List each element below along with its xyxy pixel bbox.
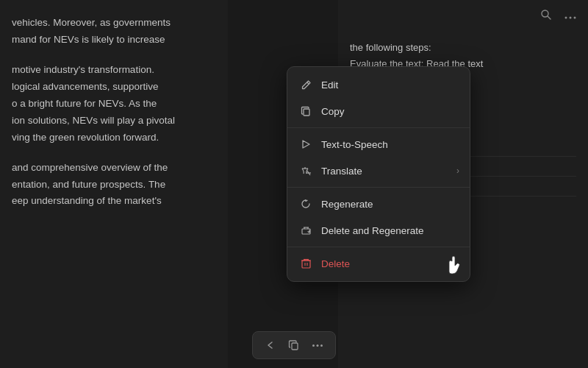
context-menu: Edit Copy Text-to-Speech — [287, 66, 470, 282]
menu-divider — [287, 247, 470, 247]
edit-icon — [299, 78, 312, 91]
menu-item-label: Delete — [321, 258, 350, 269]
more-button[interactable] — [562, 7, 579, 24]
svg-point-4 — [574, 17, 576, 19]
svg-point-2 — [565, 17, 567, 19]
refresh-icon — [299, 197, 312, 210]
menu-item-copy[interactable]: Copy — [287, 98, 470, 124]
svg-rect-16 — [302, 261, 310, 268]
menu-item-delete-regenerate[interactable]: Delete and Regenerate — [287, 217, 470, 244]
menu-item-label: Text-to-Speech — [321, 139, 388, 150]
play-icon — [299, 138, 312, 151]
svg-point-25 — [317, 344, 319, 347]
delete-regen-icon — [299, 224, 312, 237]
translate-icon — [299, 164, 312, 177]
svg-line-1 — [548, 16, 551, 19]
menu-divider — [287, 187, 470, 188]
left-text-1: vehicles. Moreover, as governmentsmand f… — [12, 15, 216, 49]
menu-item-translate[interactable]: Translate › — [287, 158, 470, 184]
svg-point-3 — [570, 17, 572, 19]
svg-rect-23 — [292, 343, 298, 350]
copy-icon — [299, 105, 312, 118]
menu-item-label: Delete and Regenerate — [321, 225, 424, 236]
svg-point-24 — [312, 344, 315, 347]
copy-button[interactable] — [284, 336, 304, 354]
back-button[interactable] — [260, 336, 281, 354]
svg-point-26 — [320, 344, 323, 347]
svg-rect-12 — [302, 229, 310, 234]
right-panel-header — [338, 0, 588, 31]
menu-item-delete[interactable]: Delete — [287, 250, 470, 277]
menu-item-label: Regenerate — [321, 199, 373, 210]
toolbar — [252, 331, 336, 359]
menu-item-edit[interactable]: Edit — [287, 71, 470, 98]
search-button[interactable] — [537, 6, 554, 25]
menu-divider — [287, 127, 470, 128]
left-panel: vehicles. Moreover, as governmentsmand f… — [0, 0, 228, 368]
right-panel-intro: the following steps: — [350, 40, 576, 56]
chevron-right-icon: › — [456, 166, 459, 176]
menu-item-tts[interactable]: Text-to-Speech — [287, 131, 470, 158]
left-text-2: motive industry's transformation.logical… — [12, 62, 216, 146]
svg-line-5 — [306, 82, 309, 84]
left-text-3: and comprehensive overview of theentatio… — [12, 160, 216, 210]
more-options-button[interactable] — [307, 341, 328, 350]
menu-item-regenerate[interactable]: Regenerate — [287, 191, 470, 217]
menu-item-label: Copy — [321, 106, 345, 117]
trash-icon — [299, 257, 312, 270]
menu-item-label: Edit — [321, 79, 338, 91]
menu-item-label: Translate — [321, 166, 362, 177]
svg-marker-7 — [303, 141, 309, 148]
svg-rect-6 — [304, 109, 309, 116]
